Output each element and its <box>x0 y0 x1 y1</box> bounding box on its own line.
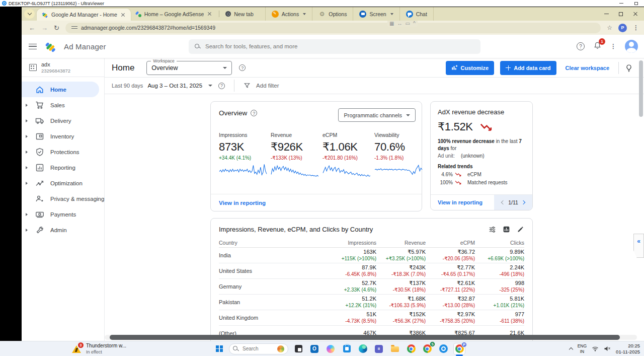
bookmark-star-icon[interactable] <box>607 24 612 31</box>
account-avatar[interactable] <box>625 40 638 53</box>
chart-icon[interactable] <box>503 226 510 233</box>
browser-menu-icon[interactable] <box>633 24 639 31</box>
vertical-scrollbar-thumb[interactable] <box>639 60 643 117</box>
lightbulb-icon[interactable] <box>625 64 633 72</box>
taskbar-icon-teams[interactable] <box>373 343 385 355</box>
wifi-icon[interactable] <box>592 346 599 351</box>
pager-next-icon[interactable] <box>521 200 525 204</box>
table-row-united-states[interactable]: United States87.9K-6.45K (6.8%)₹243K-₹18… <box>219 263 524 279</box>
start-button[interactable] <box>214 343 225 354</box>
monitor-icon[interactable]: ▭ <box>405 21 410 26</box>
taskbar-search[interactable] <box>229 343 288 354</box>
app-menu-icon[interactable] <box>610 43 616 50</box>
horizontal-scrollbar-thumb[interactable] <box>110 335 620 340</box>
hamburger-menu-icon[interactable] <box>29 44 37 49</box>
sidebar-item-admin[interactable]: Admin <box>22 222 99 238</box>
filter-funnel-icon[interactable] <box>244 82 251 89</box>
notifications-button[interactable]: 1 <box>593 41 602 52</box>
sidebar-item-delivery[interactable]: Delivery <box>22 113 99 128</box>
tune-icon[interactable] <box>489 226 496 233</box>
taskbar-icon-store[interactable] <box>341 343 353 355</box>
account-switcher[interactable]: adx 23296843872 <box>22 58 104 77</box>
collapse-icon[interactable]: ^ <box>413 21 416 26</box>
grid-icon[interactable]: ▦ <box>389 21 394 26</box>
browser-profile-avatar[interactable]: P <box>618 24 627 32</box>
clock[interactable]: 20:25 01-11-2025 <box>616 343 640 355</box>
workspace-select[interactable]: Workspace Overview <box>146 61 232 75</box>
taskbar-icon-ultraviewer[interactable] <box>437 343 449 355</box>
sidebar-item-inventory[interactable]: Inventory <box>22 128 99 144</box>
edit-pencil-icon[interactable] <box>517 226 524 233</box>
taskbar-icon-chrome-s[interactable]: S <box>421 343 433 355</box>
taskbar-icon-outlook[interactable] <box>308 343 320 355</box>
column-header-impressions[interactable]: Impressions <box>327 240 376 246</box>
search-input[interactable] <box>204 43 474 50</box>
expand-arrow-icon[interactable] <box>26 182 29 185</box>
browser-tab-adsense[interactable]: Home – Google AdSense <box>131 8 218 20</box>
sidebar-item-privacy-messaging[interactable]: Privacy & messaging <box>22 191 99 206</box>
minimize-icon[interactable] <box>619 3 623 4</box>
add-data-card-button[interactable]: Add data card <box>500 61 556 75</box>
volume-muted-icon[interactable] <box>604 346 611 351</box>
tab-search-button[interactable] <box>24 9 35 19</box>
maximize-icon[interactable] <box>634 2 638 5</box>
address-bar[interactable]: admanager.google.com/23296843872#home/id… <box>65 23 601 33</box>
chat-button[interactable]: Chat <box>400 7 434 21</box>
table-row-united-kingdom[interactable]: United Kingdom51K-4.73K (8.5%)₹152K-₹56.… <box>219 310 524 326</box>
taskbar-icon-explorer[interactable] <box>389 343 401 355</box>
expand-arrow-icon[interactable] <box>26 229 29 232</box>
adx-view-in-reporting-link[interactable]: View in reporting <box>431 199 482 205</box>
sidebar-item-reporting[interactable]: Reporting <box>22 160 99 175</box>
column-header-revenue[interactable]: Revenue <box>376 240 426 246</box>
app-search-bar[interactable] <box>189 39 480 54</box>
screen-button[interactable]: Screen <box>353 7 399 21</box>
back-button[interactable]: ← <box>29 25 35 31</box>
browser-close-icon[interactable] <box>633 12 638 17</box>
vertical-scrollbar[interactable] <box>638 58 644 340</box>
overview-help-icon[interactable] <box>251 110 257 116</box>
workspace-help-icon[interactable] <box>239 64 246 71</box>
taskbar-search-input[interactable] <box>242 345 272 352</box>
sidebar-item-sales[interactable]: Sales <box>22 97 99 113</box>
table-row-india[interactable]: India163K+115K (>100%)₹5.97K+₹3.25K (>10… <box>219 248 524 263</box>
expand-arrow-icon[interactable] <box>26 151 29 154</box>
language-indicator[interactable]: ENG IN <box>578 343 587 353</box>
date-help-icon[interactable] <box>218 83 225 89</box>
browser-tab-admanager[interactable]: Google Ad Manager - Home <box>37 9 131 21</box>
browser-tab-newtab[interactable]: New tab <box>221 8 258 20</box>
expand-arrow-icon[interactable] <box>26 119 29 122</box>
taskbar-icon-chrome[interactable] <box>405 343 417 355</box>
column-header-country[interactable]: Country <box>219 240 327 246</box>
browser-minimize-icon[interactable] <box>604 14 609 14</box>
expand-arrow-icon[interactable] <box>26 213 29 216</box>
sidebar-item-home[interactable]: Home <box>22 82 99 97</box>
tab-close-icon[interactable] <box>120 12 126 18</box>
taskbar-weather-widget[interactable]: 3 Thunderstorm w... In effect <box>72 343 126 354</box>
actions-button[interactable]: Actions <box>266 7 312 21</box>
tab-close-icon[interactable] <box>207 11 213 17</box>
taskbar-icon-gallery[interactable] <box>292 343 304 355</box>
customize-button[interactable]: Customize <box>446 61 495 75</box>
options-button[interactable]: Options <box>312 7 353 21</box>
column-header-clicks[interactable]: Clicks <box>475 240 524 246</box>
channel-filter-dropdown[interactable]: Programmatic channels <box>338 108 416 122</box>
resize-icon[interactable]: ↔ <box>397 21 402 26</box>
site-info-icon[interactable] <box>71 25 77 30</box>
sidebar-item-optimization[interactable]: Optimization <box>22 175 99 191</box>
table-row-pakistan[interactable]: Pakistan51.2K+12.2K (31%)₹1.68K-₹106.33 … <box>219 295 524 310</box>
table-row-germany[interactable]: Germany52.7K+2.33K (4.6%)₹137K-₹30.5K (1… <box>219 279 524 295</box>
taskbar-icon-copilot[interactable] <box>325 343 337 355</box>
overview-view-in-reporting-link[interactable]: View in reporting <box>219 200 266 206</box>
expand-arrow-icon[interactable] <box>26 166 29 169</box>
date-range-value[interactable]: Aug 3 – Oct 31, 2025 <box>147 83 202 89</box>
taskbar-icon-chrome-p[interactable]: P <box>453 343 465 355</box>
tray-expand-icon[interactable] <box>569 347 573 351</box>
expand-arrow-icon[interactable] <box>26 104 29 107</box>
clear-workspace-link[interactable]: Clear workspace <box>562 64 612 72</box>
add-filter-label[interactable]: Add filter <box>256 83 279 89</box>
sidebar-item-payments[interactable]: Payments <box>22 206 99 222</box>
forward-button[interactable]: → <box>41 25 48 31</box>
reload-button[interactable]: ↻ <box>54 25 59 31</box>
column-header-ecpm[interactable]: eCPM <box>426 240 475 246</box>
sidebar-item-protections[interactable]: Protections <box>22 144 99 160</box>
